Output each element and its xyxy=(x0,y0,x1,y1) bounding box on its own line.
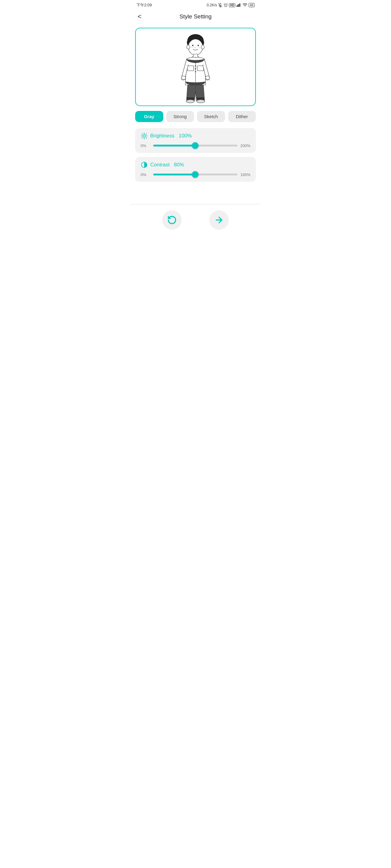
cartoon-boy-illustration xyxy=(173,31,218,103)
brightness-icon xyxy=(141,132,148,140)
contrast-max: 160% xyxy=(241,173,250,177)
brightness-slider-row: 0% 200% xyxy=(141,143,250,149)
page-title: Style Setting xyxy=(179,13,212,20)
svg-rect-4 xyxy=(236,5,237,7)
svg-rect-6 xyxy=(238,4,239,7)
contrast-track-fill xyxy=(153,174,195,176)
contrast-icon xyxy=(141,161,148,168)
svg-point-24 xyxy=(195,71,196,72)
contrast-section: Contrast 80% 0% 160% xyxy=(135,157,256,182)
alarm-icon xyxy=(224,3,228,7)
svg-point-13 xyxy=(198,45,199,46)
battery-level: 48 xyxy=(249,3,255,7)
svg-line-46 xyxy=(146,138,147,138)
contrast-min: 0% xyxy=(141,173,150,177)
svg-point-9 xyxy=(245,6,245,7)
svg-point-16 xyxy=(187,45,190,49)
svg-rect-20 xyxy=(197,66,204,71)
brightness-thumb[interactable] xyxy=(192,142,198,149)
svg-point-38 xyxy=(186,100,194,103)
svg-point-39 xyxy=(197,100,205,103)
svg-rect-37 xyxy=(197,97,204,100)
image-preview xyxy=(135,28,256,106)
svg-line-47 xyxy=(146,133,147,134)
mute-icon xyxy=(218,3,222,7)
status-bar: 下午2:09 0.2K/s HD 48 xyxy=(130,0,261,9)
svg-point-17 xyxy=(201,45,204,49)
svg-rect-19 xyxy=(187,66,194,71)
svg-rect-5 xyxy=(238,4,238,7)
signal-icon xyxy=(236,3,241,7)
contrast-thumb[interactable] xyxy=(192,171,198,178)
style-btn-gray[interactable]: Gray xyxy=(135,111,163,122)
brightness-header: Brightness 100% xyxy=(141,132,250,140)
brightness-slider[interactable] xyxy=(153,143,238,149)
contrast-header: Contrast 80% xyxy=(141,161,250,168)
brightness-section: Brightness 100% 0% 200% xyxy=(135,128,256,153)
svg-point-15 xyxy=(199,47,199,48)
brightness-value: 100% xyxy=(178,133,192,139)
svg-rect-36 xyxy=(187,97,194,100)
next-button[interactable] xyxy=(210,210,229,230)
svg-rect-8 xyxy=(241,3,241,7)
reset-icon xyxy=(167,215,177,225)
reset-button[interactable] xyxy=(162,210,181,230)
svg-point-14 xyxy=(192,47,192,48)
contrast-slider[interactable] xyxy=(153,172,238,178)
brightness-max: 200% xyxy=(241,144,250,148)
svg-point-22 xyxy=(195,65,196,66)
svg-rect-7 xyxy=(239,3,240,7)
back-button[interactable]: < xyxy=(135,11,144,22)
contrast-value: 80% xyxy=(174,162,184,168)
status-time: 下午2:09 xyxy=(136,2,152,8)
status-right: 0.2K/s HD 48 xyxy=(207,3,255,7)
style-btn-dither[interactable]: Dither xyxy=(228,111,256,122)
svg-line-48 xyxy=(142,138,142,138)
svg-line-45 xyxy=(142,133,142,134)
brightness-label: Brightness xyxy=(150,133,174,139)
next-icon xyxy=(214,215,224,225)
style-button-group: Gray Strong Sketch Dither xyxy=(130,111,261,122)
bottom-actions xyxy=(130,204,261,236)
contrast-label: Contrast xyxy=(150,162,170,168)
hd-badge: HD xyxy=(229,3,235,7)
network-speed: 0.2K/s xyxy=(207,3,217,7)
contrast-slider-row: 0% 160% xyxy=(141,172,250,178)
style-btn-strong[interactable]: Strong xyxy=(166,111,194,122)
svg-point-40 xyxy=(143,135,145,137)
style-btn-sketch[interactable]: Sketch xyxy=(197,111,225,122)
svg-point-23 xyxy=(195,68,196,69)
wifi-icon xyxy=(243,3,247,7)
header: < Style Setting xyxy=(130,9,261,25)
brightness-min: 0% xyxy=(141,144,150,148)
brightness-track-fill xyxy=(153,145,195,147)
svg-point-12 xyxy=(192,45,194,46)
